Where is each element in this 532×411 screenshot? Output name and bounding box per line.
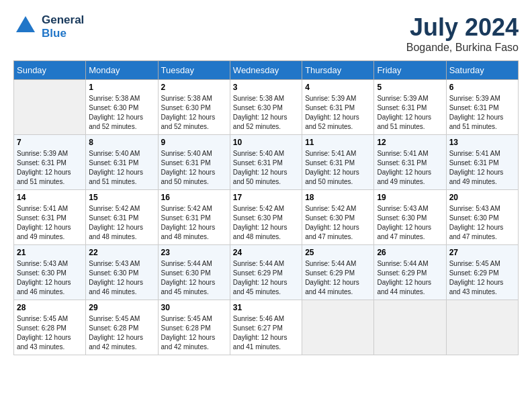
- day-number: 14: [17, 193, 83, 202]
- day-cell: 30Sunrise: 5:45 AMSunset: 6:28 PMDayligh…: [158, 300, 230, 355]
- day-info: Sunrise: 5:38 AMSunset: 6:30 PMDaylight:…: [89, 94, 154, 132]
- day-cell: 18Sunrise: 5:42 AMSunset: 6:30 PMDayligh…: [302, 190, 374, 245]
- day-info: Sunrise: 5:43 AMSunset: 6:30 PMDaylight:…: [377, 204, 443, 242]
- day-info: Sunrise: 5:40 AMSunset: 6:31 PMDaylight:…: [161, 149, 227, 187]
- day-cell: 26Sunrise: 5:44 AMSunset: 6:29 PMDayligh…: [374, 245, 446, 300]
- day-number: 1: [89, 83, 154, 92]
- day-cell: 1Sunrise: 5:38 AMSunset: 6:30 PMDaylight…: [86, 80, 158, 135]
- day-info: Sunrise: 5:39 AMSunset: 6:31 PMDaylight:…: [17, 149, 83, 187]
- col-header-tuesday: Tuesday: [158, 61, 230, 80]
- day-info: Sunrise: 5:40 AMSunset: 6:31 PMDaylight:…: [89, 149, 154, 187]
- day-number: 21: [17, 248, 83, 257]
- day-number: 18: [305, 193, 371, 202]
- week-row-5: 28Sunrise: 5:45 AMSunset: 6:28 PMDayligh…: [14, 300, 519, 355]
- day-info: Sunrise: 5:46 AMSunset: 6:27 PMDaylight:…: [233, 314, 299, 352]
- col-header-saturday: Saturday: [446, 61, 518, 80]
- day-number: 16: [161, 193, 227, 202]
- day-number: 8: [89, 138, 154, 147]
- day-number: 4: [305, 83, 371, 92]
- day-info: Sunrise: 5:41 AMSunset: 6:31 PMDaylight:…: [449, 149, 515, 187]
- day-number: 15: [89, 193, 154, 202]
- day-info: Sunrise: 5:45 AMSunset: 6:28 PMDaylight:…: [17, 314, 83, 352]
- day-cell: 31Sunrise: 5:46 AMSunset: 6:27 PMDayligh…: [230, 300, 302, 355]
- day-cell: 21Sunrise: 5:43 AMSunset: 6:30 PMDayligh…: [14, 245, 86, 300]
- day-info: Sunrise: 5:41 AMSunset: 6:31 PMDaylight:…: [17, 204, 83, 242]
- day-cell: 29Sunrise: 5:45 AMSunset: 6:28 PMDayligh…: [86, 300, 158, 355]
- day-info: Sunrise: 5:39 AMSunset: 6:31 PMDaylight:…: [377, 94, 443, 132]
- day-number: 17: [233, 193, 299, 202]
- day-info: Sunrise: 5:44 AMSunset: 6:29 PMDaylight:…: [377, 259, 443, 297]
- day-number: 11: [305, 138, 371, 147]
- day-info: Sunrise: 5:43 AMSunset: 6:30 PMDaylight:…: [17, 259, 83, 297]
- day-info: Sunrise: 5:44 AMSunset: 6:30 PMDaylight:…: [161, 259, 227, 297]
- week-row-2: 7Sunrise: 5:39 AMSunset: 6:31 PMDaylight…: [14, 135, 519, 190]
- logo: General Blue: [13, 13, 84, 41]
- day-number: 23: [161, 248, 227, 257]
- day-cell: [446, 300, 518, 355]
- col-header-monday: Monday: [86, 61, 158, 80]
- day-cell: 25Sunrise: 5:44 AMSunset: 6:29 PMDayligh…: [302, 245, 374, 300]
- calendar-table: SundayMondayTuesdayWednesdayThursdayFrid…: [13, 60, 519, 355]
- day-info: Sunrise: 5:43 AMSunset: 6:30 PMDaylight:…: [89, 259, 154, 297]
- day-info: Sunrise: 5:45 AMSunset: 6:28 PMDaylight:…: [161, 314, 227, 352]
- col-header-thursday: Thursday: [302, 61, 374, 80]
- day-number: 5: [377, 83, 443, 92]
- day-info: Sunrise: 5:44 AMSunset: 6:29 PMDaylight:…: [233, 259, 299, 297]
- logo-text-line2: Blue: [42, 27, 84, 40]
- day-cell: 19Sunrise: 5:43 AMSunset: 6:30 PMDayligh…: [374, 190, 446, 245]
- day-info: Sunrise: 5:45 AMSunset: 6:28 PMDaylight:…: [89, 314, 154, 352]
- day-number: 28: [17, 303, 83, 312]
- day-cell: 28Sunrise: 5:45 AMSunset: 6:28 PMDayligh…: [14, 300, 86, 355]
- day-info: Sunrise: 5:40 AMSunset: 6:31 PMDaylight:…: [233, 149, 299, 187]
- day-number: 9: [161, 138, 227, 147]
- header-row: SundayMondayTuesdayWednesdayThursdayFrid…: [14, 61, 519, 80]
- day-number: 13: [449, 138, 515, 147]
- day-info: Sunrise: 5:39 AMSunset: 6:31 PMDaylight:…: [305, 94, 371, 132]
- day-number: 25: [305, 248, 371, 257]
- page-header: General Blue July 2024 Bogande, Burkina …: [13, 13, 519, 54]
- col-header-sunday: Sunday: [14, 61, 86, 80]
- day-cell: 16Sunrise: 5:42 AMSunset: 6:31 PMDayligh…: [158, 190, 230, 245]
- week-row-3: 14Sunrise: 5:41 AMSunset: 6:31 PMDayligh…: [14, 190, 519, 245]
- day-cell: 9Sunrise: 5:40 AMSunset: 6:31 PMDaylight…: [158, 135, 230, 190]
- day-number: 26: [377, 248, 443, 257]
- svg-marker-0: [16, 16, 35, 32]
- day-number: 27: [449, 248, 515, 257]
- day-info: Sunrise: 5:41 AMSunset: 6:31 PMDaylight:…: [305, 149, 371, 187]
- day-cell: [14, 80, 86, 135]
- day-info: Sunrise: 5:42 AMSunset: 6:31 PMDaylight:…: [89, 204, 154, 242]
- location: Bogande, Burkina Faso: [406, 42, 519, 54]
- day-cell: 11Sunrise: 5:41 AMSunset: 6:31 PMDayligh…: [302, 135, 374, 190]
- day-cell: 24Sunrise: 5:44 AMSunset: 6:29 PMDayligh…: [230, 245, 302, 300]
- title-block: July 2024 Bogande, Burkina Faso: [406, 13, 519, 54]
- day-cell: 10Sunrise: 5:40 AMSunset: 6:31 PMDayligh…: [230, 135, 302, 190]
- day-info: Sunrise: 5:45 AMSunset: 6:29 PMDaylight:…: [449, 259, 515, 297]
- day-number: 2: [161, 83, 227, 92]
- day-info: Sunrise: 5:41 AMSunset: 6:31 PMDaylight:…: [377, 149, 443, 187]
- day-number: 12: [377, 138, 443, 147]
- day-info: Sunrise: 5:38 AMSunset: 6:30 PMDaylight:…: [161, 94, 227, 132]
- day-cell: 22Sunrise: 5:43 AMSunset: 6:30 PMDayligh…: [86, 245, 158, 300]
- day-cell: 15Sunrise: 5:42 AMSunset: 6:31 PMDayligh…: [86, 190, 158, 245]
- day-cell: 20Sunrise: 5:43 AMSunset: 6:30 PMDayligh…: [446, 190, 518, 245]
- day-number: 10: [233, 138, 299, 147]
- day-cell: 7Sunrise: 5:39 AMSunset: 6:31 PMDaylight…: [14, 135, 86, 190]
- day-number: 31: [233, 303, 299, 312]
- day-number: 24: [233, 248, 299, 257]
- day-number: 19: [377, 193, 443, 202]
- day-number: 3: [233, 83, 299, 92]
- day-info: Sunrise: 5:38 AMSunset: 6:30 PMDaylight:…: [233, 94, 299, 132]
- day-cell: 17Sunrise: 5:42 AMSunset: 6:30 PMDayligh…: [230, 190, 302, 245]
- day-info: Sunrise: 5:42 AMSunset: 6:30 PMDaylight:…: [305, 204, 371, 242]
- day-number: 29: [89, 303, 154, 312]
- col-header-wednesday: Wednesday: [230, 61, 302, 80]
- month-title: July 2024: [406, 13, 519, 42]
- col-header-friday: Friday: [374, 61, 446, 80]
- logo-icon: [13, 13, 38, 38]
- day-info: Sunrise: 5:43 AMSunset: 6:30 PMDaylight:…: [449, 204, 515, 242]
- day-cell: 6Sunrise: 5:39 AMSunset: 6:31 PMDaylight…: [446, 80, 518, 135]
- day-cell: [302, 300, 374, 355]
- day-cell: 13Sunrise: 5:41 AMSunset: 6:31 PMDayligh…: [446, 135, 518, 190]
- day-number: 20: [449, 193, 515, 202]
- day-number: 6: [449, 83, 515, 92]
